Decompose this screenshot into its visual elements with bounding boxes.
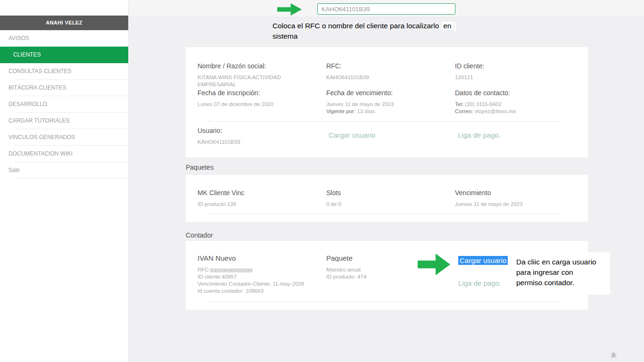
annotation-contador-note: Da cliic en carga usuario para ingresar … — [512, 252, 610, 295]
card-divider — [207, 214, 561, 214]
annotation-search-note-line1: Coloca el RFC o nombre del cliente para … — [272, 21, 456, 31]
sidebar-item-desarrollo[interactable]: DESARROLLO — [0, 96, 128, 113]
sidebar-item-documentacion-wiki[interactable]: DOCUMENTACION WIKI — [0, 146, 128, 162]
field-nombre-razon-social: Nombre / Razón social: KITANA WINS FISIC… — [198, 62, 320, 88]
paquete-slots: Slots 0 de 0 — [326, 189, 449, 208]
contador-liga-de-pago-link[interactable]: Liga de pago. — [458, 279, 501, 287]
annotation-highlight: en — [441, 22, 453, 30]
cargar-usuario-link[interactable]: Cargar usuario — [329, 131, 375, 139]
card-divider — [207, 302, 561, 302]
card-divider — [207, 121, 561, 122]
sidebar-user-header: ANAHI VELEZ — [0, 16, 128, 30]
paquetes-card: MK Cliente Vinc ID producto:139 Slots 0 … — [186, 175, 588, 222]
text-caret — [454, 22, 456, 31]
sidebar-item-clientes[interactable]: CLIENTES — [0, 47, 128, 63]
field-id-cliente: ID cliente: 120121 — [455, 62, 568, 81]
sidebar-item-vinculos-generados[interactable]: VINCULOS GENERADOS — [0, 129, 128, 146]
section-title-contador: Contador — [186, 231, 213, 239]
contador-cargar-usuario-link[interactable]: Cargar usuario — [458, 256, 508, 265]
contador-cuenta: Id cuenta contador: 108663 — [198, 288, 353, 295]
field-datos-contacto: Datos de contacto: Tel: (33) 3115-6602 C… — [455, 89, 568, 115]
contador-vencimiento: Vencimiento Contador-Cliente: 11-may-202… — [198, 280, 353, 288]
page: ANAHI VELEZ AVISOS CLIENTES CONSULTAS CL… — [0, 0, 644, 362]
search-input[interactable] — [317, 3, 455, 15]
liga-de-pago-link[interactable]: Liga de pago. — [458, 131, 501, 139]
paquete-nombre: MK Cliente Vinc ID producto:139 — [198, 189, 320, 208]
field-fecha-vencimiento: Fecha de vencimiento: Jueves 11 de mayo … — [326, 89, 449, 115]
sidebar-item-consultas-clientes[interactable]: CONSULTAS CLIENTES — [0, 63, 128, 80]
annotation-search-note: Coloca el RFC o nombre del cliente para … — [272, 21, 456, 41]
sidebar-item-cargar-tutoriales[interactable]: CARGAR TUTORIALES — [0, 113, 128, 129]
sidebar-item-salir[interactable]: Salir — [0, 162, 128, 179]
sidebar-item-avisos[interactable]: AVISOS — [0, 30, 128, 47]
contacto-tel: Tel: (33) 3115-6602 — [455, 101, 568, 108]
field-fecha-inscripcion: Fecha de inscripción: Lunes 07 de diciem… — [198, 89, 320, 108]
paquete-vencimiento: Vencimiento Jueves 11 de mayo de 2023 — [455, 189, 578, 208]
sidebar-nav: AVISOS CLIENTES CONSULTAS CLIENTES BITÁC… — [0, 30, 128, 179]
field-usuario: Usuario: KAHO641101B39 — [198, 127, 320, 146]
field-rfc: RFC: KAHO641101B39 — [326, 62, 449, 81]
sidebar: ANAHI VELEZ AVISOS CLIENTES CONSULTAS CL… — [0, 0, 129, 362]
vencimiento-fecha: Jueves 11 de mayo de 2023 — [326, 101, 449, 108]
contacto-correo: Correo: vlopez@iteso.mx — [455, 108, 568, 115]
annotation-search-note-line2: sistema — [272, 31, 456, 41]
sidebar-item-bitacora-clientes[interactable]: BITÁCORA CLIENTES — [0, 80, 128, 96]
contador-paquete-id: ID producto: 474 — [326, 273, 439, 280]
vigente-por: Vigente por: 13 días. — [326, 108, 449, 115]
section-title-paquetes: Paquetes — [186, 164, 214, 171]
bug-icon — [610, 351, 618, 359]
client-info-card: Nombre / Razón social: KITANA WINS FISIC… — [186, 47, 588, 157]
